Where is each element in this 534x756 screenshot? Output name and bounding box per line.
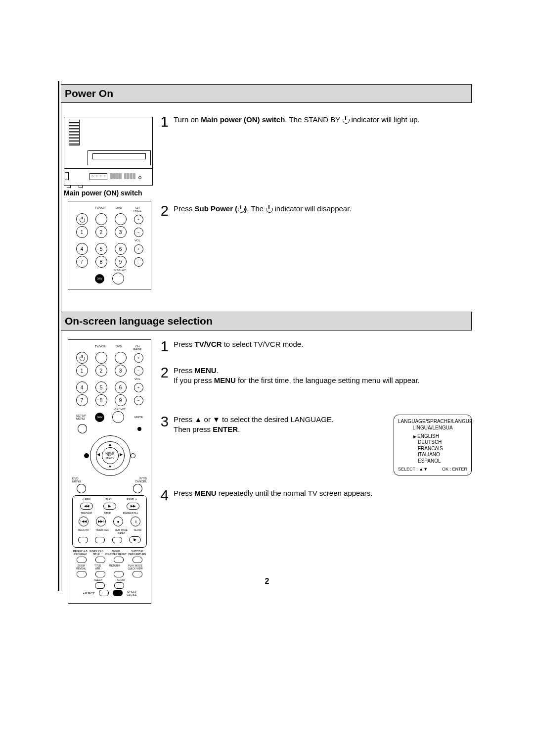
lang-step1-text: Press TV/VCR to select TV/VCR mode. (174, 339, 472, 349)
remote-full-illustration: TV/VCRDVDCH PAGE + 123− VOL 456+ 789− (68, 339, 151, 604)
lang-step3-text: Press ▲ or ▼ to select the desired LANGU… (174, 415, 472, 476)
section-language-title: On-screen language selection (65, 315, 213, 327)
power-icon (266, 206, 272, 212)
lang-step-4: 4 (160, 488, 169, 503)
step1-text: Turn on Main power (ON) switch. The STAN… (174, 115, 472, 125)
power-icon (238, 206, 244, 212)
nav-ring: ENTER/ TEXT/ MIX/TV ▲ ▼ ◀ ▶ (90, 435, 130, 475)
lang-step-1: 1 (160, 339, 169, 354)
lang-step-2: 2 (160, 366, 169, 380)
tv-illustration: ○ ○ ○ ○ (64, 117, 152, 186)
step2-text: Press Sub Power (). The indicator will d… (174, 204, 472, 214)
lang-step2-text: Press MENU. If you press MENU for the fi… (174, 366, 472, 386)
section-power-on-title: Power On (65, 88, 113, 99)
lang-step-3: 3 (160, 415, 169, 429)
power-icon (343, 117, 349, 123)
main-power-switch-caption: Main power (ON) switch (64, 189, 160, 197)
lang-step4-text: Press MENU repeatedly until the normal T… (174, 488, 472, 498)
page-number: 2 (0, 577, 534, 586)
remote-upper-illustration: TV/VCRDVDCH PAGE + 123− VOL 456+ 789− (68, 201, 151, 289)
step-number-1: 1 (160, 115, 169, 129)
section-language-header: On-screen language selection (61, 312, 472, 331)
section-power-on-header: Power On (61, 84, 472, 103)
power-icon (76, 213, 88, 225)
step-number-2: 2 (160, 204, 169, 218)
osd-language-menu: LANGUAGE/SPRACHE/LANGUE LINGUA/LENGUA EN… (394, 415, 472, 476)
